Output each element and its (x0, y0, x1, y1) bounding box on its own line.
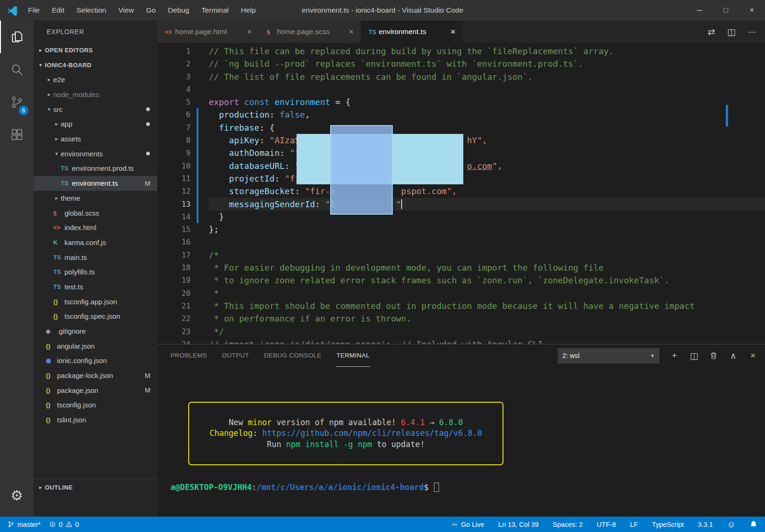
tree-file-package-json[interactable]: {}package.jsonM (34, 383, 157, 398)
tree-item-label: karma.conf.js (64, 238, 106, 246)
tab-environment-ts[interactable]: TSenvironment.ts× (361, 21, 463, 43)
encoding-indicator[interactable]: UTF-8 (597, 521, 616, 528)
tree-file-tsconfig-json[interactable]: {}tsconfig.json (34, 398, 157, 413)
tree-folder-node-modules[interactable]: ▸node_modules (34, 87, 157, 102)
menu-go[interactable]: Go (140, 0, 162, 21)
code-line: 20 * (157, 287, 765, 300)
menu-selection[interactable]: Selection (71, 0, 113, 21)
tree-file-tslint-json[interactable]: {}tslint.json (34, 413, 157, 427)
terminal-picker[interactable]: 2: wsl ▼ (558, 348, 659, 364)
tree-file-test-ts[interactable]: TStest.ts (34, 280, 157, 294)
ionic-file-icon: ◉ (45, 357, 57, 364)
tree-item-label: tsconfig.spec.json (64, 312, 120, 320)
tree-file-angular-json[interactable]: {}angular.json (34, 338, 157, 353)
language-mode[interactable]: TypeScript (652, 521, 684, 528)
activity-search[interactable] (0, 53, 34, 86)
panel-tab-problems[interactable]: PROBLEMS (170, 344, 207, 367)
tree-file-gitignore[interactable]: ◆.gitignore (34, 324, 157, 339)
modified-dot (146, 152, 150, 155)
vscode-window: FileEditSelectionViewGoDebugTerminalHelp… (0, 0, 765, 532)
tree-file-tsconfig-app-json[interactable]: {}tsconfig.app.json (34, 294, 157, 309)
tree-file-ionic-config-json[interactable]: ◉ionic.config.json (34, 353, 157, 368)
tree-folder-environments[interactable]: ▾environments (34, 146, 157, 161)
activity-settings[interactable]: ⚙ (0, 479, 34, 512)
tree-folder-e2e[interactable]: ▸e2e (34, 72, 157, 87)
window-close-button[interactable]: × (739, 0, 765, 21)
changelog-link[interactable]: https://github.com/npm/cli/releases/tag/… (262, 428, 482, 438)
menu-debug[interactable]: Debug (162, 0, 195, 21)
go-live-button[interactable]: Go Live (451, 521, 484, 528)
tree-folder-src[interactable]: ▾src (34, 102, 157, 117)
code-token: : (285, 161, 295, 171)
tree-file-karma-conf-js[interactable]: Kkarma.conf.js (34, 235, 157, 250)
project-header[interactable]: ▾ IONIC4-BOARD (34, 57, 157, 72)
terminal[interactable]: New minor version of npm available! 6.4.… (157, 367, 765, 517)
code-token: * For easier debugging in development mo… (209, 263, 603, 273)
line-number: 9 (157, 147, 197, 159)
chevron-right-icon: ▸ (36, 484, 45, 490)
code-editor[interactable]: 1// This file can be replaced during bui… (157, 43, 765, 344)
tree-file-environment-ts[interactable]: TSenvironment.tsM (34, 176, 157, 191)
notifications-bell-icon[interactable] (750, 520, 758, 528)
open-editors-header[interactable]: ▸ OPEN EDITORS (34, 42, 157, 57)
menu-terminal[interactable]: Terminal (195, 0, 235, 21)
line-text: * to ignore zone related error stack fra… (209, 274, 765, 287)
git-branch-indicator[interactable]: master* (7, 521, 41, 528)
close-tab-icon[interactable]: × (447, 27, 459, 37)
vscode-logo-icon (7, 5, 18, 16)
activity-extensions[interactable] (0, 119, 34, 151)
window-minimize-button[interactable]: ─ (687, 0, 713, 21)
split-terminal-icon[interactable]: ◫ (689, 350, 699, 361)
window-maximize-button[interactable]: □ (713, 0, 739, 21)
maximize-panel-icon[interactable]: ∧ (729, 350, 738, 361)
terminal-text: $ (424, 483, 433, 492)
menu-view[interactable]: View (112, 0, 140, 21)
ts-file-icon: TS (52, 268, 64, 275)
tree-item-label: main.ts (64, 253, 87, 261)
tree-file-index-html[interactable]: <>index.html (34, 220, 157, 235)
activity-source-control[interactable]: 6 (0, 86, 34, 119)
tree-folder-assets[interactable]: ▸assets (34, 132, 157, 147)
scm-changes-badge: 6 (19, 105, 28, 115)
tree-folder-theme[interactable]: ▸theme (34, 191, 157, 206)
panel-tab-debug-console[interactable]: DEBUG CONSOLE (264, 344, 321, 367)
code-line: 2// `ng build --prod` replaces `environm… (157, 57, 765, 70)
code-token: production (219, 110, 269, 119)
tab-home-page-scss[interactable]: §home.page.scss× (259, 21, 361, 43)
code-token (209, 148, 229, 158)
menu-help[interactable]: Help (235, 0, 262, 21)
minimap[interactable] (726, 43, 765, 344)
tree-file-global-scss[interactable]: §global.scss (34, 205, 157, 220)
eol-indicator[interactable]: LF (630, 521, 638, 528)
tree-file-main-ts[interactable]: TSmain.ts (34, 250, 157, 265)
close-tab-icon[interactable]: × (346, 27, 357, 37)
tree-file-tsconfig-spec-json[interactable]: {}tsconfig.spec.json (34, 309, 157, 324)
ts-version[interactable]: 3.3.1 (698, 521, 713, 528)
tree-folder-app[interactable]: ▸app (34, 117, 157, 132)
panel-tab-terminal[interactable]: TERMINAL (336, 344, 369, 367)
tab-home-page-html[interactable]: <>home.page.html× (157, 21, 259, 43)
code-token: : { (259, 123, 275, 133)
menu-file[interactable]: File (22, 0, 46, 21)
close-panel-icon[interactable]: × (748, 350, 758, 361)
kill-terminal-icon[interactable] (709, 351, 718, 360)
terminal-prompt: a@DESKTOP-O9VJHH4:/mnt/c/Users/a/a/ionic… (170, 483, 439, 492)
new-terminal-icon[interactable]: + (670, 350, 679, 361)
split-editor-icon[interactable]: ◫ (727, 27, 736, 37)
feedback-smiley-icon[interactable]: ☺ (727, 520, 736, 529)
problems-indicator[interactable]: 0 0 (49, 521, 79, 528)
outline-header[interactable]: ▸ OUTLINE (34, 479, 157, 496)
tree-file-polyfills-ts[interactable]: TSpolyfills.ts (34, 265, 157, 280)
activity-explorer[interactable] (0, 21, 34, 53)
tree-file-environment-prod-ts[interactable]: TSenvironment.prod.ts (34, 161, 157, 176)
close-tab-icon[interactable]: × (244, 27, 255, 37)
cursor-position[interactable]: Ln 13, Col 39 (498, 521, 538, 528)
panel-tab-output[interactable]: OUTPUT (222, 344, 249, 367)
code-line: 12 storageBucket: "fir-apspot.com", (157, 185, 765, 197)
open-changes-icon[interactable]: ⇄ (708, 27, 715, 37)
tree-file-package-lock-json[interactable]: {}package-lock.jsonM (34, 368, 157, 383)
menu-edit[interactable]: Edit (46, 0, 71, 21)
line-text: } (209, 210, 765, 223)
more-actions-icon[interactable]: ⋯ (748, 27, 757, 37)
indentation-indicator[interactable]: Spaces: 2 (552, 521, 583, 528)
